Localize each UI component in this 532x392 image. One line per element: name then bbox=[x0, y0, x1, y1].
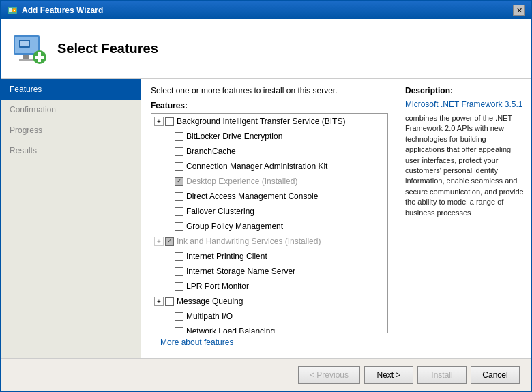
header-title: Select Features bbox=[57, 41, 158, 57]
checkbox[interactable] bbox=[165, 297, 174, 306]
checkbox[interactable] bbox=[175, 147, 183, 156]
list-item[interactable]: Connection Manager Administration Kit bbox=[151, 159, 387, 174]
list-item: + Ink and Handwriting Services (Installe… bbox=[151, 234, 387, 249]
list-item[interactable]: BranchCache bbox=[151, 144, 387, 159]
list-item[interactable]: LPR Port Monitor bbox=[151, 279, 387, 294]
expand-placeholder bbox=[164, 282, 173, 291]
list-item[interactable]: + Background Intelligent Transfer Servic… bbox=[151, 114, 387, 129]
instruction-text: Select one or more features to install o… bbox=[151, 86, 388, 95]
feature-label: Background Intelligent Transfer Service … bbox=[177, 115, 345, 127]
list-item[interactable]: BitLocker Drive Encryption bbox=[151, 129, 387, 144]
expand-placeholder bbox=[164, 192, 173, 201]
description-title: Description: bbox=[405, 86, 524, 95]
feature-label: Message Queuing bbox=[177, 295, 243, 307]
checkbox-checked bbox=[175, 177, 183, 186]
checkbox-checked bbox=[165, 237, 174, 246]
description-panel: Description: Microsoft .NET Framework 3.… bbox=[398, 79, 531, 358]
svg-rect-12 bbox=[20, 41, 29, 46]
wizard-header: Select Features bbox=[1, 19, 531, 79]
list-item[interactable]: Direct Access Management Console bbox=[151, 189, 387, 204]
expand-placeholder bbox=[164, 177, 173, 186]
expand-placeholder bbox=[164, 252, 173, 261]
checkbox[interactable] bbox=[165, 117, 174, 126]
expand-placeholder bbox=[164, 147, 173, 156]
list-item[interactable]: Group Policy Management bbox=[151, 219, 387, 234]
feature-label: Internet Storage Name Server bbox=[186, 265, 295, 277]
checkbox[interactable] bbox=[175, 132, 183, 141]
next-button[interactable]: Next > bbox=[364, 366, 413, 384]
more-about-features-link[interactable]: More about features bbox=[151, 333, 388, 351]
sidebar: Features Confirmation Progress Results bbox=[1, 79, 141, 358]
checkbox[interactable] bbox=[175, 162, 183, 171]
expand-icon[interactable]: + bbox=[154, 297, 164, 306]
title-bar-text: Add Features Wizard bbox=[22, 5, 103, 15]
list-item[interactable]: Failover Clustering bbox=[151, 204, 387, 219]
feature-label: Internet Printing Client bbox=[186, 250, 267, 262]
content-inner: Select one or more features to install o… bbox=[141, 79, 531, 358]
list-item: Desktop Experience (Installed) bbox=[151, 174, 387, 189]
expand-placeholder bbox=[164, 312, 173, 321]
sidebar-item-features[interactable]: Features bbox=[1, 79, 141, 100]
checkbox[interactable] bbox=[175, 252, 183, 261]
list-item[interactable]: Multipath I/O bbox=[151, 309, 387, 324]
expand-placeholder bbox=[164, 162, 173, 171]
feature-label: Failover Clustering bbox=[186, 205, 254, 217]
install-button[interactable]: Install bbox=[417, 366, 467, 384]
checkbox[interactable] bbox=[175, 222, 183, 231]
list-item[interactable]: Network Load Balancing bbox=[151, 324, 387, 333]
sidebar-item-confirmation: Confirmation bbox=[1, 100, 141, 120]
list-item[interactable]: Internet Storage Name Server bbox=[151, 264, 387, 279]
cancel-button[interactable]: Cancel bbox=[471, 366, 520, 384]
expand-placeholder bbox=[164, 267, 173, 276]
expand-placeholder bbox=[164, 327, 173, 333]
description-body: combines the power of the .NET Framework… bbox=[405, 113, 524, 218]
add-features-icon bbox=[12, 31, 48, 67]
feature-label: Connection Manager Administration Kit bbox=[186, 160, 327, 172]
feature-label: Network Load Balancing bbox=[186, 325, 275, 333]
feature-label: Ink and Handwriting Services (Installed) bbox=[177, 235, 321, 247]
svg-rect-6 bbox=[23, 55, 29, 59]
content-area: Select one or more features to install o… bbox=[141, 79, 531, 358]
title-bar: Add Features Wizard ✕ bbox=[1, 1, 531, 19]
checkbox[interactable] bbox=[175, 282, 183, 291]
feature-label: Group Policy Management bbox=[186, 220, 283, 232]
expand-placeholder bbox=[164, 207, 173, 216]
expand-icon: + bbox=[154, 237, 164, 246]
wizard-window: Add Features Wizard ✕ Select Feature bbox=[0, 0, 532, 392]
description-link[interactable]: Microsoft .NET Framework 3.5.1 bbox=[405, 100, 524, 109]
checkbox[interactable] bbox=[175, 207, 183, 216]
feature-label: Desktop Experience (Installed) bbox=[186, 175, 297, 187]
title-bar-left: Add Features Wizard bbox=[7, 5, 103, 16]
checkbox[interactable] bbox=[175, 312, 183, 321]
features-list[interactable]: + Background Intelligent Transfer Servic… bbox=[151, 113, 388, 333]
feature-label: BranchCache bbox=[186, 145, 236, 157]
main-content: Features Confirmation Progress Results S… bbox=[1, 79, 531, 358]
expand-placeholder bbox=[164, 222, 173, 231]
wizard-header-icon bbox=[12, 31, 48, 67]
features-panel: Select one or more features to install o… bbox=[141, 79, 398, 358]
features-label: Features: bbox=[151, 101, 388, 110]
svg-rect-10 bbox=[35, 56, 44, 59]
checkbox[interactable] bbox=[175, 267, 183, 276]
checkbox[interactable] bbox=[175, 327, 183, 334]
feature-label: LPR Port Monitor bbox=[186, 280, 249, 292]
feature-label: Multipath I/O bbox=[186, 310, 233, 322]
list-item[interactable]: + Message Queuing bbox=[151, 294, 387, 309]
list-item[interactable]: Internet Printing Client bbox=[151, 249, 387, 264]
expand-placeholder bbox=[164, 132, 173, 141]
previous-button[interactable]: < Previous bbox=[298, 366, 360, 384]
feature-label: Direct Access Management Console bbox=[186, 190, 318, 202]
svg-rect-1 bbox=[9, 8, 12, 12]
svg-rect-7 bbox=[19, 59, 33, 61]
expand-icon[interactable]: + bbox=[154, 117, 164, 126]
sidebar-item-results: Results bbox=[1, 140, 141, 161]
wizard-footer: < Previous Next > Install Cancel bbox=[1, 358, 531, 391]
close-button[interactable]: ✕ bbox=[513, 5, 525, 16]
checkbox[interactable] bbox=[175, 192, 183, 201]
window-icon bbox=[7, 5, 18, 16]
sidebar-item-progress: Progress bbox=[1, 120, 141, 140]
feature-label: BitLocker Drive Encryption bbox=[186, 130, 282, 142]
